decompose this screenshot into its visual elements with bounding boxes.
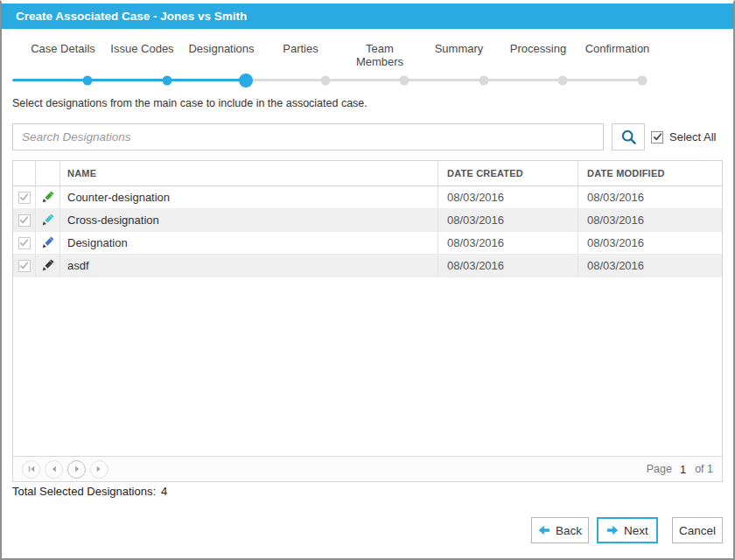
cancel-button[interactable]: Cancel	[672, 517, 723, 543]
date-created: 08/03/2016	[438, 186, 578, 208]
wizard-progress-line-completed	[12, 79, 246, 81]
first-page-icon	[27, 465, 36, 473]
search-button[interactable]	[612, 123, 645, 150]
wizard-step-dot	[479, 76, 488, 86]
pencil-icon	[40, 213, 55, 228]
previous-page-icon	[50, 465, 59, 473]
wizard-step-dot	[320, 76, 330, 86]
date-modified: 08/03/2016	[578, 209, 722, 231]
first-page-button[interactable]	[22, 460, 40, 479]
next-button-label: Next	[624, 524, 648, 537]
back-button[interactable]: Back	[531, 517, 589, 543]
wizard-step-dot	[637, 76, 647, 86]
wizard-stepper: Case DetailsIssue CodesDesignationsParti…	[2, 2, 733, 94]
back-button-label: Back	[556, 524, 582, 537]
header-date-created[interactable]: DATE CREATED	[438, 161, 578, 186]
select-all-control: Select All	[651, 123, 716, 150]
table-row[interactable]: Counter-designation 08/03/2016 08/03/201…	[13, 186, 722, 209]
last-page-icon	[95, 465, 104, 473]
total-selected-label: Total Selected Designations:	[12, 485, 156, 498]
grid-header: NAME DATE CREATED DATE MODIFIED	[13, 161, 722, 186]
grid-body: Counter-designation 08/03/2016 08/03/201…	[13, 186, 722, 456]
date-modified: 08/03/2016	[578, 232, 722, 254]
create-associated-case-dialog: Create Associated Case - Jones vs Smith …	[0, 0, 735, 560]
header-date-modified[interactable]: DATE MODIFIED	[578, 161, 722, 186]
current-page-input[interactable]: 1	[672, 463, 694, 476]
table-row[interactable]: asdf 08/03/2016 08/03/2016	[13, 255, 722, 277]
date-created: 08/03/2016	[438, 209, 578, 231]
page-label: Page	[647, 463, 672, 475]
pencil-icon	[40, 258, 55, 273]
arrow-left-icon	[538, 525, 550, 536]
designation-name: Cross-designation	[60, 209, 438, 231]
select-all-label: Select All	[669, 130, 716, 144]
header-name[interactable]: NAME	[60, 161, 438, 186]
next-page-icon	[73, 465, 81, 473]
wizard-step-label: Confirmation	[570, 42, 666, 55]
page-of-label: of 1	[694, 463, 713, 475]
wizard-step-dot	[400, 76, 410, 86]
instruction-text: Select designations from the main case t…	[12, 97, 368, 109]
next-button[interactable]: Next	[597, 517, 658, 543]
row-checkbox[interactable]	[18, 260, 31, 272]
cancel-button-label: Cancel	[679, 524, 716, 537]
grid-pager: Page 1 of 1	[13, 456, 722, 481]
wizard-step-dot	[239, 74, 253, 88]
designation-name: Designation	[60, 232, 438, 254]
pencil-icon	[40, 235, 55, 250]
date-modified: 08/03/2016	[578, 255, 722, 276]
designations-grid: NAME DATE CREATED DATE MODIFIED	[12, 160, 723, 482]
last-page-button[interactable]	[90, 460, 108, 479]
designation-name: asdf	[60, 255, 438, 276]
pencil-icon	[40, 190, 55, 205]
row-checkbox[interactable]	[18, 192, 31, 204]
wizard-step-dot	[162, 76, 172, 86]
wizard-progress-line-remaining	[246, 79, 642, 81]
page-info: Page 1 of 1	[647, 463, 713, 476]
wizard-step-dot	[83, 76, 93, 86]
wizard-step-dot	[558, 76, 568, 86]
row-checkbox[interactable]	[18, 237, 31, 249]
total-selected-summary: Total Selected Designations:4	[12, 485, 167, 498]
total-selected-value: 4	[161, 485, 167, 498]
next-page-button[interactable]	[67, 460, 86, 479]
header-checkbox-column	[13, 161, 36, 186]
select-all-checkbox[interactable]	[651, 131, 663, 144]
date-modified: 08/03/2016	[578, 186, 722, 208]
search-input[interactable]	[12, 123, 604, 150]
magnifier-icon	[620, 129, 637, 145]
table-row[interactable]: Designation 08/03/2016 08/03/2016	[13, 232, 722, 255]
header-icon-column	[36, 161, 60, 186]
previous-page-button[interactable]	[45, 460, 63, 479]
arrow-right-icon	[606, 525, 619, 536]
date-created: 08/03/2016	[438, 255, 578, 276]
row-checkbox[interactable]	[18, 214, 31, 227]
designation-name: Counter-designation	[60, 186, 438, 208]
date-created: 08/03/2016	[438, 232, 578, 254]
table-row[interactable]: Cross-designation 08/03/2016 08/03/2016	[13, 209, 722, 232]
